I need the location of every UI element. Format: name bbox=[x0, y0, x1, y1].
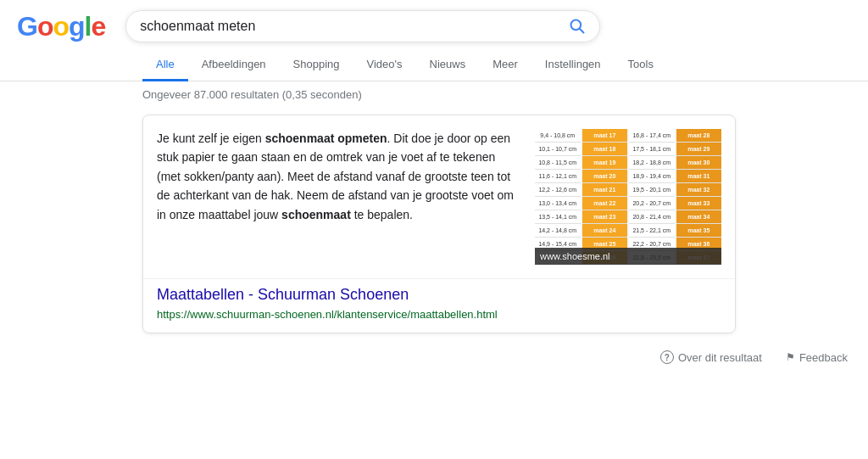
google-logo[interactable]: G o o g l e bbox=[17, 11, 105, 42]
result-url-link[interactable]: https://www.schuurman-schoenen.nl/klante… bbox=[157, 308, 498, 321]
tab-afbeeldingen[interactable]: Afbeeldingen bbox=[188, 49, 280, 81]
table-cell: maat 21 bbox=[582, 183, 628, 197]
tab-nieuws[interactable]: Nieuws bbox=[416, 49, 480, 81]
shoe-size-table-image: 9,4 - 10,8 cm10,1 - 10,7 cm10,8 - 11,5 c… bbox=[535, 129, 721, 265]
logo-letter-g1: G bbox=[17, 11, 37, 42]
question-icon: ? bbox=[660, 350, 674, 364]
over-dit-resultaat-button[interactable]: ? Over dit resultaat bbox=[654, 347, 769, 367]
table-cell: maat 32 bbox=[676, 183, 722, 197]
table-cell: 21,5 - 22,1 cm bbox=[629, 224, 675, 238]
search-input[interactable] bbox=[140, 19, 569, 34]
table-cell: 13,0 - 13,4 cm bbox=[535, 197, 581, 210]
table-cell: 20,2 - 20,7 cm bbox=[629, 197, 675, 210]
table-cell: 10,8 - 11,5 cm bbox=[535, 156, 581, 170]
table-cell: maat 20 bbox=[582, 170, 628, 183]
image-caption: www.shoesme.nl bbox=[535, 248, 721, 265]
result-card: Je kunt zelf je eigen schoenmaat opmeten… bbox=[142, 115, 736, 333]
result-link-section: Maattabellen - Schuurman Schoenen https:… bbox=[143, 278, 735, 333]
table-cell: maat 28 bbox=[676, 129, 722, 143]
table-cell: 13,5 - 14,1 cm bbox=[535, 210, 581, 224]
table-cell: 12,2 - 12,6 cm bbox=[535, 183, 581, 197]
svg-line-1 bbox=[580, 29, 584, 33]
table-cell: maat 31 bbox=[676, 170, 722, 183]
result-title-link[interactable]: Maattabellen - Schuurman Schoenen bbox=[157, 286, 721, 304]
table-cell: 14,2 - 14,8 cm bbox=[535, 224, 581, 238]
tab-meer[interactable]: Meer bbox=[479, 49, 531, 81]
table-cell: maat 23 bbox=[582, 210, 628, 224]
feedback-button[interactable]: ⚑ Feedback bbox=[779, 348, 854, 367]
table-cell: maat 24 bbox=[582, 224, 628, 238]
result-footer: ? Over dit resultaat ⚑ Feedback bbox=[142, 340, 868, 374]
logo-letter-g2: g bbox=[69, 11, 85, 42]
logo-letter-e: e bbox=[91, 11, 105, 42]
logo-letter-l: l bbox=[85, 11, 92, 42]
table-cell: 19,5 - 20,1 cm bbox=[629, 183, 675, 197]
table-cell: maat 17 bbox=[582, 129, 628, 143]
table-col-left-maat: maat 17maat 18maat 19maat 20maat 21maat … bbox=[582, 129, 628, 265]
table-cell: maat 22 bbox=[582, 197, 628, 210]
table-cell: maat 35 bbox=[676, 224, 722, 238]
table-col-right-maat: maat 28maat 29maat 30maat 31maat 32maat … bbox=[676, 129, 722, 265]
table-col-left-size: 9,4 - 10,8 cm10,1 - 10,7 cm10,8 - 11,5 c… bbox=[535, 129, 581, 265]
table-col-right-size: 16,8 - 17,4 cm17,5 - 18,1 cm18,2 - 18,8 … bbox=[629, 129, 675, 265]
table-cell: 18,9 - 19,4 cm bbox=[629, 170, 675, 183]
table-cell: 17,5 - 18,1 cm bbox=[629, 143, 675, 156]
search-button[interactable] bbox=[569, 18, 586, 35]
flag-icon: ⚑ bbox=[786, 351, 795, 363]
table-cell: maat 18 bbox=[582, 143, 628, 156]
table-cell: 9,4 - 10,8 cm bbox=[535, 129, 581, 143]
table-cell: maat 19 bbox=[582, 156, 628, 170]
card-content: Je kunt zelf je eigen schoenmaat opmeten… bbox=[143, 115, 735, 278]
shoe-table: 9,4 - 10,8 cm10,1 - 10,7 cm10,8 - 11,5 c… bbox=[535, 129, 721, 265]
table-cell: maat 30 bbox=[676, 156, 722, 170]
header: G o o g l e bbox=[0, 0, 868, 49]
table-cell: 20,8 - 21,4 cm bbox=[629, 210, 675, 224]
tab-shopping[interactable]: Shopping bbox=[280, 49, 353, 81]
card-description: Je kunt zelf je eigen schoenmaat opmeten… bbox=[157, 129, 521, 265]
search-icon bbox=[569, 18, 586, 35]
nav-tabs: Alle Afbeeldingen Shopping Video's Nieuw… bbox=[0, 49, 868, 81]
table-cell: 18,2 - 18,8 cm bbox=[629, 156, 675, 170]
results-stats: Ongeveer 87.000 resultaten (0,35 seconde… bbox=[0, 81, 868, 108]
table-cell: maat 33 bbox=[676, 197, 722, 210]
table-cell: maat 29 bbox=[676, 143, 722, 156]
logo-letter-o2: o bbox=[53, 11, 69, 42]
table-cell: 16,8 - 17,4 cm bbox=[629, 129, 675, 143]
search-bar bbox=[125, 10, 600, 42]
table-cell: 11,6 - 12,1 cm bbox=[535, 170, 581, 183]
table-cell: 10,1 - 10,7 cm bbox=[535, 143, 581, 156]
tab-videos[interactable]: Video's bbox=[353, 49, 416, 81]
tab-alle[interactable]: Alle bbox=[142, 49, 188, 81]
tab-tools[interactable]: Tools bbox=[615, 49, 667, 81]
logo-letter-o1: o bbox=[37, 11, 53, 42]
tab-instellingen[interactable]: Instellingen bbox=[531, 49, 615, 81]
table-cell: maat 34 bbox=[676, 210, 722, 224]
